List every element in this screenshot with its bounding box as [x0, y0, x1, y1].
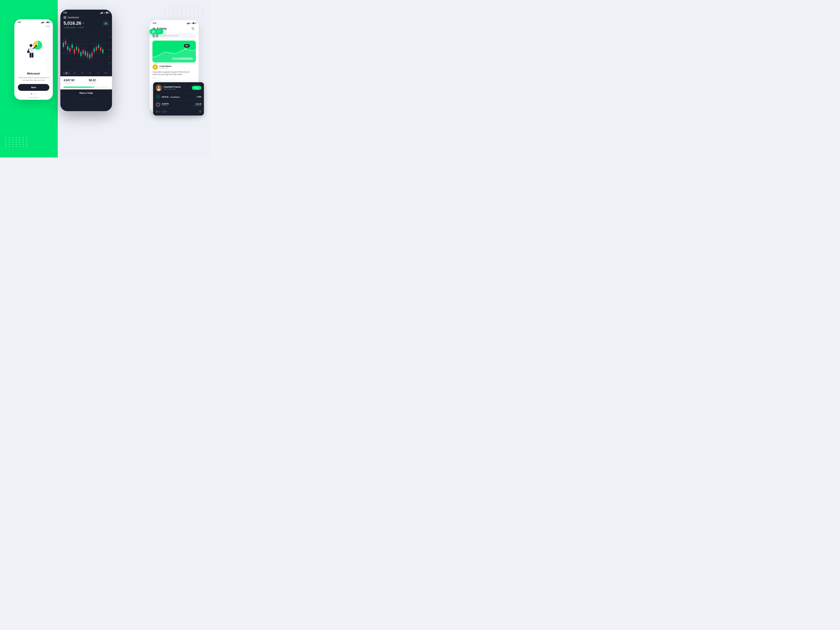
- dark-card-footer: 16 8: [156, 109, 199, 113]
- wifi-icon: ▲: [44, 22, 46, 23]
- progress-percent: 68%: [92, 87, 94, 88]
- signal-bars-dark: [100, 12, 103, 14]
- chart-toggle-pill[interactable]: [150, 29, 163, 34]
- svg-rect-47: [89, 54, 90, 58]
- play-button[interactable]: Play: [192, 86, 199, 90]
- financing-tag: Financing: Financing: 6.5m: [172, 57, 193, 60]
- tab-1y[interactable]: 1Y: [95, 71, 102, 75]
- battery-icon-dark: [106, 12, 109, 13]
- svg-point-15: [32, 57, 33, 58]
- svg-rect-23: [63, 43, 64, 47]
- onboarding-title: Welcome!: [14, 72, 53, 75]
- elekta-change: 5.25 (4.82%): [193, 105, 199, 107]
- buying-arrow-down: ↓: [96, 79, 98, 82]
- progress-bar-fill: 68%: [63, 87, 94, 88]
- post-text: Craig-Hallum upgrades Square (NYSE:SQ) a…: [152, 71, 196, 76]
- battery-activity: [192, 22, 196, 24]
- post-author-name: Craig-Hallum: [159, 65, 171, 67]
- svg-rect-33: [74, 49, 75, 54]
- tab-max[interactable]: MAX: [103, 71, 109, 75]
- svg-point-5: [36, 45, 37, 46]
- hamburger-menu[interactable]: [63, 16, 66, 19]
- onboarding-pagination-dots: [14, 93, 53, 97]
- comments-icon: [163, 111, 165, 113]
- onboarding-status-icons: ▲: [41, 22, 50, 23]
- buying-power-stat: 58.22 ↓ buying power: [86, 79, 109, 84]
- search-icon: [192, 27, 194, 30]
- svg-rect-51: [93, 49, 95, 52]
- post-author-info: Craig-Hallum an hour ago: [159, 65, 171, 69]
- ekta-b-stock-row: « EKTA-B at 112.80/share 7.42%: [156, 93, 199, 101]
- tab-1d[interactable]: 1D: [63, 71, 70, 75]
- market-value-amount: 4,947.92 ↑: [63, 79, 84, 82]
- comments-count[interactable]: 8: [163, 111, 167, 113]
- signal-bars-activity: [187, 22, 189, 24]
- dark-card-header: Charlotte Francis Sold 2 hours ago Play: [156, 85, 199, 91]
- place-trade-button[interactable]: Place a Trade: [63, 89, 109, 97]
- market-value-label: market value: [63, 82, 84, 84]
- progress-bar-bg: 68%: [63, 87, 109, 88]
- activity-time: 9:41: [153, 22, 156, 24]
- elekta-price-col: 114.10 5.25 (4.82%): [193, 103, 199, 107]
- dashboard-change-row: +0.226 (10.4%) 19:32: [60, 26, 112, 30]
- svg-point-11: [31, 49, 32, 50]
- home-indicator-dark: [74, 99, 98, 99]
- dark-card-user-sub: Sold 2 hours ago: [164, 88, 181, 90]
- svg-rect-8: [30, 53, 31, 57]
- dashboard-title: Dashboard: [68, 16, 79, 19]
- dark-investment-card: Charlotte Francis Sold 2 hours ago Play …: [153, 82, 199, 113]
- activity-search-button[interactable]: [191, 26, 196, 31]
- buying-power-label: buying power: [89, 82, 109, 84]
- time-period-tabs: 1D 1W 1M 3M 1Y MAX: [60, 70, 112, 76]
- dashboard-status-bar: 9:41 ▲: [60, 9, 112, 15]
- next-button[interactable]: Next: [18, 84, 49, 91]
- progress-wrap: 68%: [60, 85, 112, 89]
- svg-rect-45: [87, 53, 88, 57]
- tab-3m[interactable]: 3M: [87, 71, 94, 75]
- dashboard-stats: 4,947.92 ↑ market value 58.22 ↓ buying p…: [60, 76, 112, 85]
- market-value-stat: 4,947.92 ↑ market value: [63, 79, 86, 84]
- svg-point-13: [30, 49, 30, 50]
- elekta-stock-row: ELEKTA Elekta AB 114.10 5.25 (4.82%): [156, 101, 199, 109]
- market-arrow-up: ↑: [75, 79, 76, 82]
- onboarding-description: Follow your friends and top investors to…: [14, 75, 53, 84]
- tab-1w[interactable]: 1W: [71, 71, 78, 75]
- ekta-b-symbol: «: [156, 94, 161, 99]
- dot-1: [31, 93, 32, 95]
- svg-point-10: [30, 49, 31, 49]
- activity-green-card: $63 Financing: Financing: 6.5m: [152, 41, 196, 63]
- phone-onboarding: 9:41 ▲ Skip: [14, 19, 53, 100]
- ekta-b-name: EKTA-B at 112.80/share: [162, 96, 180, 98]
- trade-time: 19:32: [77, 27, 84, 28]
- svg-rect-39: [81, 52, 82, 56]
- svg-rect-9: [32, 53, 33, 57]
- price-caret: ▾: [83, 22, 84, 25]
- wifi-icon-dark: ▲: [103, 12, 105, 14]
- like-icon: [152, 77, 155, 79]
- svg-rect-53: [96, 47, 97, 51]
- elekta-logo: [156, 102, 161, 107]
- svg-rect-16: [105, 23, 105, 25]
- dashboard-price-row: 5,016.26 ▾: [60, 20, 112, 26]
- likes-heart-icon: [156, 111, 158, 113]
- svg-rect-17: [106, 22, 106, 25]
- onboarding-time: 9:41: [17, 21, 21, 23]
- svg-rect-27: [67, 46, 68, 50]
- thoughts-input-field[interactable]: Share your thoughts...: [160, 33, 196, 38]
- svg-rect-61: [153, 30, 154, 33]
- onboarding-illustration: [14, 27, 53, 72]
- svg-rect-60: [152, 31, 153, 33]
- activity-status-bar: 9:41 ▲: [150, 20, 199, 25]
- chart-type-icon[interactable]: [103, 21, 109, 26]
- tab-1m[interactable]: 1M: [79, 71, 86, 75]
- dashboard-status-icons: ▲: [100, 12, 109, 14]
- svg-rect-35: [76, 47, 77, 50]
- svg-line-64: [194, 29, 194, 30]
- skip-button[interactable]: Skip: [14, 24, 53, 27]
- likes-count[interactable]: 16: [156, 111, 161, 113]
- elekta-symbol: ELEKTA: [162, 103, 192, 105]
- dark-card-user-info: Charlotte Francis Sold 2 hours ago: [164, 86, 181, 90]
- post-likes-row: 12: [152, 77, 196, 79]
- svg-rect-37: [78, 49, 79, 52]
- svg-rect-62: [154, 31, 155, 33]
